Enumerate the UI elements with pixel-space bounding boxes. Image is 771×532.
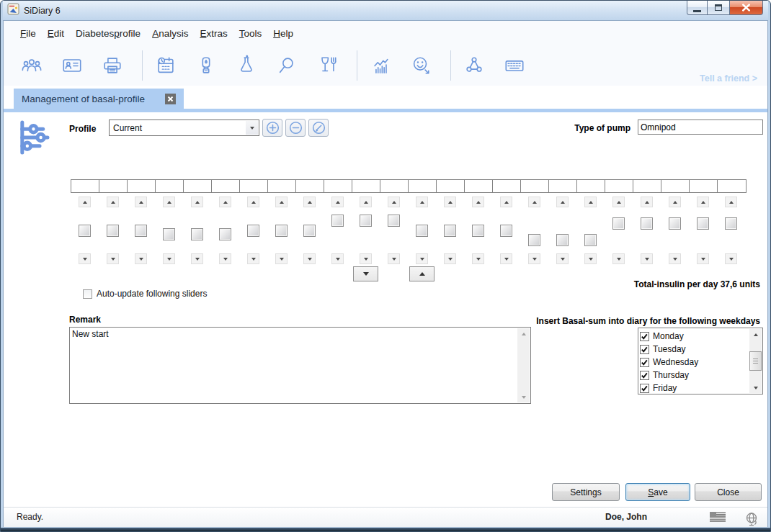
printer-icon[interactable]: [102, 55, 123, 76]
slider-up-button[interactable]: [500, 197, 512, 207]
slider-down-button[interactable]: [79, 253, 91, 264]
slider-thumb[interactable]: [247, 225, 259, 237]
slider-up-button[interactable]: [584, 197, 597, 207]
slider-thumb[interactable]: [500, 225, 512, 237]
close-button[interactable]: [730, 1, 763, 15]
add-profile-button[interactable]: [262, 119, 282, 137]
tab-close-icon[interactable]: [165, 94, 176, 104]
slider-thumb[interactable]: [669, 217, 681, 230]
bulk-adjust-button[interactable]: [353, 266, 378, 281]
auto-update-checkbox[interactable]: [83, 289, 92, 299]
slider-thumb[interactable]: [107, 225, 119, 237]
edit-profile-button[interactable]: [308, 119, 329, 137]
slider-down-button[interactable]: [163, 253, 175, 264]
slider-down-button[interactable]: [388, 253, 400, 264]
basal-value-cell[interactable]: [718, 180, 746, 192]
insulin-pump-icon[interactable]: [195, 55, 217, 76]
weekday-row[interactable]: Monday: [640, 330, 748, 343]
slider-down-button[interactable]: [725, 253, 737, 264]
remove-profile-button[interactable]: [285, 119, 306, 137]
weekday-checkbox[interactable]: [640, 345, 649, 354]
slider-up-button[interactable]: [331, 197, 344, 207]
slider-up-button[interactable]: [388, 197, 400, 207]
weekday-checkbox[interactable]: [640, 332, 649, 341]
maximize-button[interactable]: [708, 1, 730, 15]
scroll-up-button[interactable]: [517, 328, 530, 339]
slider-up-button[interactable]: [107, 197, 119, 207]
basal-value-cell[interactable]: [661, 180, 690, 192]
basal-value-cell[interactable]: [577, 180, 605, 192]
menu-item[interactable]: Analysis: [146, 25, 194, 42]
slider-thumb[interactable]: [528, 234, 540, 246]
calendar-clock-icon[interactable]: [155, 55, 177, 76]
slider-down-button[interactable]: [612, 253, 625, 264]
slider-up-button[interactable]: [444, 197, 456, 207]
basal-value-cell[interactable]: [212, 180, 240, 192]
flag-icon[interactable]: [710, 512, 726, 524]
slider-down-button[interactable]: [472, 253, 484, 264]
slider-down-button[interactable]: [303, 253, 316, 264]
slider-up-button[interactable]: [219, 197, 231, 207]
scroll-up-button[interactable]: [749, 329, 762, 340]
slider-up-button[interactable]: [697, 197, 709, 207]
weekday-row[interactable]: Thursday: [640, 369, 748, 382]
basal-value-cell[interactable]: [409, 180, 437, 192]
slider-thumb[interactable]: [388, 215, 400, 227]
slider-thumb[interactable]: [697, 217, 709, 230]
slider-up-button[interactable]: [303, 197, 316, 207]
slider-down-button[interactable]: [275, 253, 288, 264]
slider-up-button[interactable]: [472, 197, 484, 207]
slider-thumb[interactable]: [444, 225, 456, 237]
tab-management-basal-profile[interactable]: Management of basal-profile: [14, 89, 184, 109]
save-button[interactable]: Save: [625, 483, 690, 501]
slider-up-button[interactable]: [191, 197, 203, 207]
remark-textarea[interactable]: New start: [69, 327, 531, 404]
menu-item[interactable]: Extras: [194, 25, 233, 42]
slider-down-button[interactable]: [331, 253, 344, 264]
contact-card-icon[interactable]: [61, 55, 83, 76]
slider-thumb[interactable]: [472, 225, 484, 237]
slider-up-button[interactable]: [528, 197, 540, 207]
slider-thumb[interactable]: [641, 217, 653, 230]
slider-up-button[interactable]: [416, 197, 428, 207]
slider-down-button[interactable]: [500, 253, 512, 264]
keyboard-icon[interactable]: [504, 55, 525, 76]
slider-down-button[interactable]: [669, 253, 681, 264]
slider-thumb[interactable]: [191, 228, 203, 240]
basal-value-cell[interactable]: [549, 180, 577, 192]
slider-up-button[interactable]: [135, 197, 147, 207]
menu-item[interactable]: Diabetesprofile: [70, 25, 146, 42]
lab-flask-icon[interactable]: [236, 55, 257, 76]
basal-value-cell[interactable]: [690, 180, 718, 192]
basal-value-cell[interactable]: [296, 180, 324, 192]
basal-value-cell[interactable]: [493, 180, 521, 192]
slider-thumb[interactable]: [303, 225, 316, 237]
weekday-checkbox[interactable]: [640, 358, 649, 367]
slider-up-button[interactable]: [725, 197, 737, 207]
slider-down-button[interactable]: [191, 253, 203, 264]
bulk-adjust-button[interactable]: [409, 266, 434, 281]
settings-button[interactable]: Settings: [552, 483, 620, 501]
slider-thumb[interactable]: [163, 228, 175, 240]
slider-down-button[interactable]: [107, 253, 119, 264]
slider-thumb[interactable]: [725, 217, 737, 230]
profile-select[interactable]: Current: [109, 120, 259, 136]
remark-scrollbar[interactable]: [517, 328, 530, 402]
basal-value-cell[interactable]: [128, 180, 156, 192]
weekdays-scrollbar[interactable]: [749, 329, 762, 393]
slider-down-button[interactable]: [360, 253, 372, 264]
menu-item[interactable]: File: [14, 25, 42, 42]
slider-up-button[interactable]: [360, 197, 372, 207]
slider-down-button[interactable]: [528, 253, 540, 264]
slider-thumb[interactable]: [556, 234, 569, 246]
slider-down-button[interactable]: [444, 253, 456, 264]
slider-up-button[interactable]: [556, 197, 569, 207]
basal-value-cell[interactable]: [465, 180, 493, 192]
scrollbar-thumb[interactable]: [749, 351, 762, 371]
slider-thumb[interactable]: [275, 225, 288, 237]
statistics-icon[interactable]: [370, 55, 391, 76]
basal-value-cell[interactable]: [268, 180, 296, 192]
close-dialog-button[interactable]: Close: [695, 483, 762, 501]
basal-value-cell[interactable]: [71, 180, 99, 192]
basal-value-cell[interactable]: [633, 180, 661, 192]
